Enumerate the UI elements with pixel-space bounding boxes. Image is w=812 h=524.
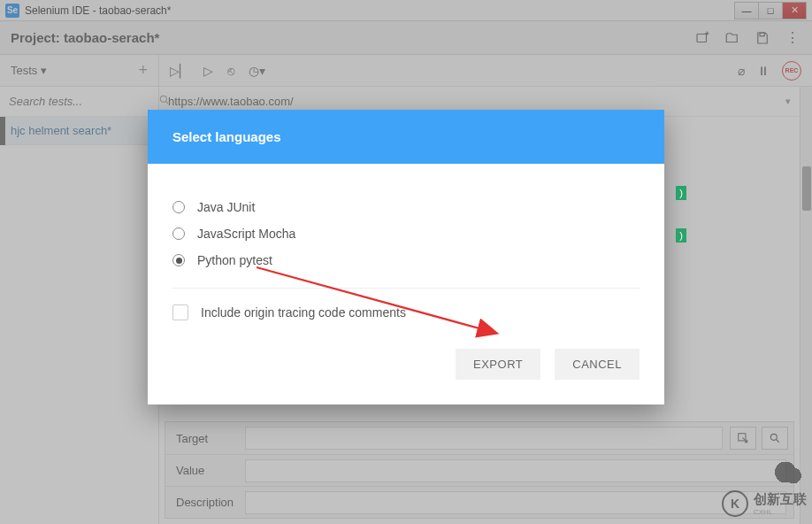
dialog-title: Select languages xyxy=(148,110,664,164)
export-button[interactable]: EXPORT xyxy=(456,349,540,380)
lang-option-javascript-mocha[interactable]: JavaScript Mocha xyxy=(172,220,640,247)
include-origin-label: Include origin tracing code comments xyxy=(201,305,406,320)
modal-overlay: Select languages Java JUnit JavaScript M… xyxy=(0,0,812,524)
brand-sub: CXHL xyxy=(754,508,807,516)
lang-option-label: Java JUnit xyxy=(197,200,255,214)
cancel-button[interactable]: CANCEL xyxy=(555,349,640,380)
wechat-icon xyxy=(771,460,807,487)
lang-option-java-junit[interactable]: Java JUnit xyxy=(172,194,640,220)
highlight-marker: ) xyxy=(676,228,686,243)
watermark-area: K 创新互联 CXHL xyxy=(722,460,807,517)
radio-icon xyxy=(172,227,185,240)
lang-option-label: JavaScript Mocha xyxy=(197,227,295,241)
lang-option-python-pytest[interactable]: Python pytest xyxy=(172,247,640,274)
export-dialog: Select languages Java JUnit JavaScript M… xyxy=(148,110,664,405)
include-origin-checkbox-row[interactable]: Include origin tracing code comments xyxy=(172,289,640,329)
radio-icon xyxy=(172,254,185,266)
checkbox-icon xyxy=(172,304,188,320)
brand-name: 创新互联 xyxy=(754,491,807,508)
radio-icon xyxy=(172,201,185,213)
brand-logo-icon: K xyxy=(722,490,748,517)
highlight-marker: ) xyxy=(676,186,686,200)
lang-option-label: Python pytest xyxy=(197,253,272,267)
language-options: Java JUnit JavaScript Mocha Python pytes… xyxy=(172,194,640,289)
